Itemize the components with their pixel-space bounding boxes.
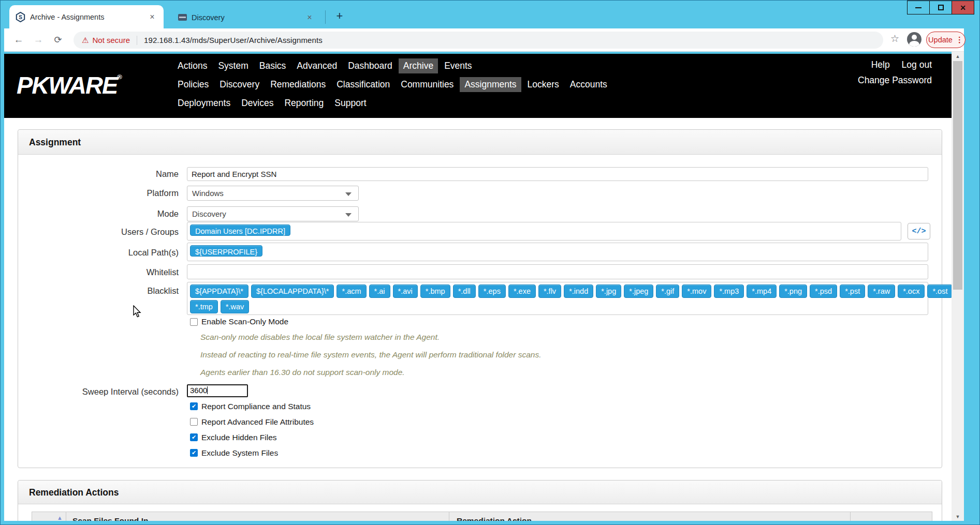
- blacklist-tag[interactable]: ${LOCALAPPDATA}\*: [251, 284, 334, 298]
- new-tab-button[interactable]: +: [332, 9, 347, 23]
- blacklist-tag[interactable]: *.gif: [656, 284, 679, 298]
- option-checkbox[interactable]: [190, 433, 198, 441]
- blacklist-tag[interactable]: *.mp3: [714, 284, 744, 298]
- blacklist-input[interactable]: ${APPDATA}\*${LOCALAPPDATA}\**.acm*.ai*.…: [187, 282, 928, 315]
- address-bar[interactable]: ⚠ Not secure 192.168.1.43/mds/SuperUser/…: [74, 32, 883, 49]
- option-checkbox[interactable]: [190, 449, 198, 457]
- blacklist-tag[interactable]: *.jpg: [596, 284, 621, 298]
- nav-item[interactable]: Support: [330, 96, 371, 111]
- tab-title: Archive - Assignments: [30, 13, 147, 21]
- chrome-update-button[interactable]: Update ⋮: [926, 32, 966, 48]
- enable-scan-only-checkbox[interactable]: [190, 318, 198, 326]
- whitelist-input[interactable]: [187, 264, 928, 279]
- nav-item[interactable]: System: [213, 58, 253, 73]
- blacklist-tag[interactable]: *.ai: [369, 284, 390, 298]
- change-password-link[interactable]: Change Password: [858, 75, 932, 86]
- nav-item[interactable]: Policies: [173, 77, 213, 92]
- blacklist-tag[interactable]: *.indd: [564, 284, 593, 298]
- enable-scan-only-label: Enable Scan-Only Mode: [201, 317, 288, 326]
- refresh-icon[interactable]: ⟳: [51, 33, 65, 47]
- name-input[interactable]: [187, 167, 928, 181]
- blacklist-tag[interactable]: ${APPDATA}\*: [190, 284, 248, 298]
- user-group-tag[interactable]: Domain Users [DC.IPDRR]: [190, 224, 290, 236]
- help-link[interactable]: Help: [871, 59, 890, 70]
- nav-item[interactable]: Dashboard: [343, 58, 397, 73]
- column-header-scan-files[interactable]: Scan Files Found In: [72, 516, 148, 521]
- profile-avatar[interactable]: [907, 32, 922, 47]
- back-icon[interactable]: ←: [11, 33, 26, 47]
- tab-archive-assignments[interactable]: S Archive - Assignments ×: [9, 5, 164, 28]
- nav-item[interactable]: Archive: [399, 58, 438, 73]
- nav-item[interactable]: Advanced: [292, 58, 342, 73]
- sweep-interval-input[interactable]: 3600: [187, 384, 248, 397]
- nav-item[interactable]: Devices: [237, 96, 278, 111]
- local-paths-input[interactable]: ${USERPROFILE}: [187, 243, 928, 261]
- platform-select[interactable]: Windows: [187, 186, 359, 201]
- bookmark-star-icon[interactable]: ☆: [890, 33, 899, 44]
- nav-item[interactable]: Assignments: [460, 77, 521, 92]
- blacklist-tag[interactable]: *.tmp: [190, 300, 218, 313]
- scrollbar-thumb[interactable]: [953, 61, 962, 290]
- blacklist-tag[interactable]: *.eps: [478, 284, 506, 298]
- sort-asc-icon[interactable]: ▲: [57, 515, 63, 521]
- nav-item[interactable]: Accounts: [565, 77, 612, 92]
- nav-item[interactable]: Remediations: [266, 77, 330, 92]
- blacklist-tag[interactable]: *.acm: [337, 284, 366, 298]
- blacklist-tag[interactable]: *.mov: [682, 284, 711, 298]
- blacklist-tag[interactable]: *.flv: [538, 284, 561, 298]
- remediation-table-header: ▲ Scan Files Found In Remediation Action: [32, 512, 932, 521]
- scroll-down-icon[interactable]: ▼: [952, 512, 964, 521]
- blacklist-tag[interactable]: *.exe: [508, 284, 536, 298]
- blacklist-tag[interactable]: *.ost: [927, 284, 952, 298]
- blacklist-tag[interactable]: *.mp4: [747, 284, 777, 298]
- code-editor-button[interactable]: </>: [908, 223, 930, 239]
- blacklist-tag[interactable]: *.jpeg: [624, 284, 653, 298]
- nav-item[interactable]: Lockers: [523, 77, 564, 92]
- menu-dots-icon[interactable]: ⋮: [956, 35, 963, 44]
- blacklist-tag[interactable]: *.psd: [810, 284, 837, 298]
- url-text[interactable]: 192.168.1.43/mds/SuperUser/Archive/Assig…: [144, 36, 323, 44]
- minimize-icon: [915, 7, 922, 8]
- tab-discovery[interactable]: Discovery ×: [172, 6, 321, 28]
- platform-value: Windows: [192, 189, 224, 198]
- option-checkbox[interactable]: [190, 418, 198, 426]
- logout-link[interactable]: Log out: [902, 59, 932, 70]
- nav-item[interactable]: Communities: [396, 77, 458, 92]
- nav-item[interactable]: Basics: [255, 58, 291, 73]
- blacklist-tag[interactable]: *.avi: [393, 284, 418, 298]
- blacklist-tag[interactable]: *.bmp: [420, 284, 450, 298]
- nav-item[interactable]: Actions: [173, 58, 212, 73]
- option-label: Exclude Hidden Files: [201, 433, 277, 442]
- close-window-button[interactable]: ✕: [952, 1, 974, 14]
- blacklist-tag[interactable]: *.raw: [868, 284, 895, 298]
- option-row: Report Compliance and Status: [190, 401, 314, 412]
- blacklist-tag[interactable]: *.ocx: [898, 284, 925, 298]
- security-status[interactable]: Not secure: [92, 36, 130, 44]
- blacklist-tag[interactable]: *.wav: [221, 300, 249, 313]
- tab-divider: [325, 10, 326, 24]
- option-label: Report Compliance and Status: [201, 402, 311, 411]
- option-checkbox[interactable]: [190, 402, 198, 410]
- users-groups-input[interactable]: Domain Users [DC.IPDRR]: [187, 222, 901, 241]
- pkware-shield-icon: S: [16, 12, 25, 22]
- blacklist-tag[interactable]: *.pst: [840, 284, 865, 298]
- mode-select[interactable]: Discovery: [187, 206, 359, 221]
- blacklist-tag[interactable]: *.dll: [453, 284, 476, 298]
- page-scrollbar[interactable]: ▲ ▼: [952, 52, 964, 521]
- window-controls: ✕: [908, 1, 974, 14]
- minimize-button[interactable]: [907, 1, 930, 14]
- option-label: Exclude System Files: [201, 448, 278, 458]
- local-path-tag[interactable]: ${USERPROFILE}: [190, 245, 262, 257]
- nav-item[interactable]: Reporting: [280, 96, 328, 111]
- nav-item[interactable]: Events: [440, 58, 477, 73]
- close-tab-icon[interactable]: ×: [147, 12, 157, 22]
- nav-item[interactable]: Discovery: [215, 77, 264, 92]
- scroll-up-icon[interactable]: ▲: [952, 52, 964, 61]
- nav-item[interactable]: Classification: [332, 77, 394, 92]
- close-tab-icon[interactable]: ×: [304, 13, 315, 22]
- maximize-button[interactable]: [929, 1, 952, 14]
- nav-item[interactable]: Deployments: [173, 96, 235, 111]
- column-header-remediation-action[interactable]: Remediation Action: [457, 516, 532, 521]
- blacklist-tag[interactable]: *.png: [779, 284, 807, 298]
- main-nav: ActionsSystemBasicsAdvancedDashboardArch…: [173, 58, 613, 114]
